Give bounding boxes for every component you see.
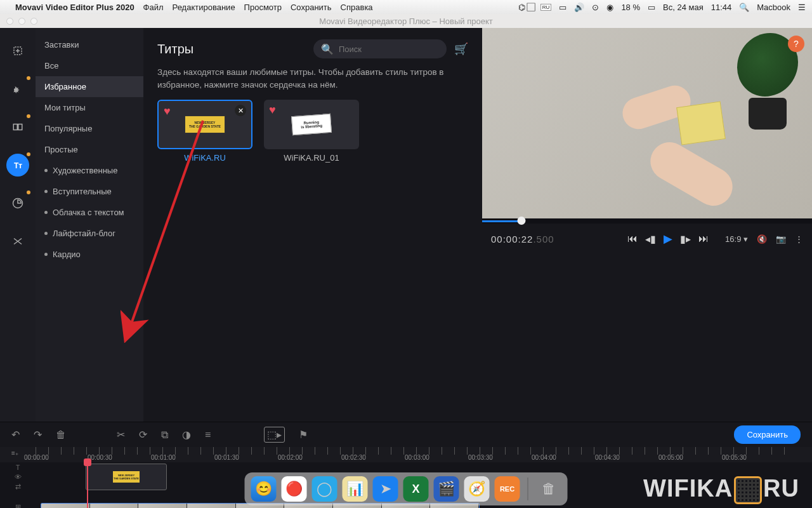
step-forward-icon[interactable]: ▮▸ <box>680 233 691 245</box>
category-item[interactable]: Все <box>36 55 143 76</box>
battery-icon[interactable]: ▭ <box>648 3 655 12</box>
category-item[interactable]: Вступительные <box>36 181 143 202</box>
category-item[interactable]: Популярные <box>36 118 143 139</box>
skip-start-icon[interactable]: ⏮ <box>627 233 638 244</box>
title-clip[interactable]: NEW JERSEYTHE GARDEN STATE <box>86 464 167 490</box>
step-back-icon[interactable]: ◂▮ <box>645 233 656 245</box>
cart-icon[interactable]: 🛒 <box>454 42 468 56</box>
excel-icon[interactable]: X <box>403 476 429 502</box>
finder-icon[interactable]: 😊 <box>251 476 277 502</box>
color-icon[interactable]: ◑ <box>182 429 191 441</box>
marker-icon[interactable]: ⚑ <box>299 429 308 441</box>
transitions-tab[interactable] <box>6 116 29 138</box>
window-title: Movavi Видеоредактор Плюс – Новый проект <box>0 17 812 26</box>
title-thumbnail[interactable]: ♥✕NEW JERSEYTHE GARDEN STATEWiFiKA.RU <box>157 100 252 163</box>
delete-icon[interactable]: 🗑 <box>56 429 66 441</box>
undo-icon[interactable]: ↶ <box>11 429 20 441</box>
panel-title: Титры <box>157 42 306 57</box>
help-icon[interactable]: ? <box>788 36 804 52</box>
save-button[interactable]: Сохранить <box>734 425 801 444</box>
panel-help-text: Здесь находятся ваши любимые титры. Чтоб… <box>157 66 468 91</box>
menu-view[interactable]: Просмотр <box>244 3 282 12</box>
category-item[interactable]: Мои титры <box>36 97 143 118</box>
category-list: ЗаставкиВсеИзбранноеМои титрыПопулярныеП… <box>36 28 143 422</box>
camera-icon[interactable]: 📷 <box>776 234 786 244</box>
svg-rect-1 <box>13 124 17 130</box>
adjust-icon[interactable]: ≡ <box>205 429 211 441</box>
category-item[interactable]: Простые <box>36 139 143 160</box>
search-input[interactable]: 🔍 <box>313 39 447 58</box>
timecode: 00:00:22.500 <box>491 234 554 244</box>
menu-icon[interactable]: ☰ <box>798 3 806 12</box>
video-preview[interactable]: ? <box>482 28 812 218</box>
search-field[interactable] <box>339 44 439 54</box>
link-icon[interactable]: ⇄ <box>15 483 21 491</box>
sync-icon[interactable]: ⊙ <box>592 3 599 12</box>
wizard-icon[interactable]: ⬚▸ <box>264 427 285 443</box>
cut-icon[interactable]: ✂ <box>117 429 125 441</box>
menu-help[interactable]: Справка <box>341 3 373 12</box>
safari-icon[interactable]: 🧭 <box>464 476 490 502</box>
skip-end-icon[interactable]: ⏭ <box>698 233 709 244</box>
stickers-tab[interactable] <box>6 192 29 215</box>
title-thumbnail[interactable]: ♥Runningis liberatingWiFiKA.RU_01 <box>264 100 359 163</box>
add-track-icon[interactable]: ≡₊ <box>11 450 18 457</box>
rec-icon[interactable]: REC <box>495 476 520 502</box>
search-icon[interactable]: 🔍 <box>739 3 749 12</box>
window-titlebar: Movavi Видеоредактор Плюс – Новый проект <box>0 14 812 28</box>
menu-file[interactable]: Файл <box>143 3 164 12</box>
heart-icon[interactable]: ♥ <box>269 104 276 117</box>
wifi-icon[interactable]: ◉ <box>606 3 613 12</box>
remove-icon[interactable]: ✕ <box>235 105 246 116</box>
aspect-ratio[interactable]: 16:9 ▾ <box>725 234 748 244</box>
filters-tab[interactable] <box>6 77 29 100</box>
category-item[interactable]: Кардио <box>36 244 143 265</box>
display-icon[interactable]: ▭ <box>559 3 566 12</box>
search-icon: 🔍 <box>321 43 334 55</box>
menu-save[interactable]: Сохранить <box>291 3 332 12</box>
menu-edit[interactable]: Редактирование <box>173 3 235 12</box>
tool-rail: Tт <box>0 28 36 422</box>
titles-tab[interactable]: Tт <box>6 154 29 177</box>
volume-icon[interactable]: 🔊 <box>574 3 584 12</box>
redo-icon[interactable]: ↷ <box>34 429 42 441</box>
category-item[interactable]: Заставки <box>36 34 143 55</box>
battery-percent: 18 % <box>621 3 640 12</box>
date[interactable]: Вс, 24 мая <box>663 3 704 12</box>
import-tab[interactable] <box>6 39 29 62</box>
trash-icon[interactable]: 🗑 <box>536 476 561 502</box>
eye-icon[interactable]: 👁 <box>15 473 22 481</box>
thumbnail-label: WiFiKA.RU <box>157 153 252 163</box>
preview-scrubber[interactable] <box>482 218 812 224</box>
chrome-icon[interactable]: 🔴 <box>282 476 307 502</box>
category-item[interactable]: Художественные <box>36 160 143 181</box>
timeline-ruler[interactable]: ≡₊ 00:00:0000:00:3000:01:0000:01:3000:02… <box>0 447 812 462</box>
category-item[interactable]: Избранное <box>36 76 143 97</box>
app-name[interactable]: Movavi Video Editor Plus 2020 <box>15 3 134 12</box>
video-icon[interactable]: 🎬 <box>434 476 459 502</box>
rotate-icon[interactable]: ⟳ <box>139 429 147 441</box>
play-icon[interactable]: ▶ <box>664 232 672 246</box>
heart-icon[interactable]: ♥ <box>164 105 171 118</box>
video-track-icon[interactable]: ⊞ <box>15 503 21 508</box>
category-item[interactable]: Облачка с текстом <box>36 202 143 223</box>
mac-menubar: Movavi Video Editor Plus 2020 Файл Редак… <box>0 0 812 14</box>
thumbnail-label: WiFiKA.RU_01 <box>264 153 359 163</box>
macos-dock: 😊 🔴 ◯ 📊 ➤ X 🎬 🧭 REC 🗑 <box>245 472 568 505</box>
text-track-icon[interactable]: T <box>16 464 20 471</box>
user-name[interactable]: Macbook <box>757 3 790 12</box>
bluetooth-icon[interactable]: ⌬ <box>518 3 525 12</box>
more-icon[interactable]: ⋮ <box>795 234 803 244</box>
flag-icon[interactable]: RU <box>540 4 552 11</box>
crop-icon[interactable]: ⧉ <box>161 429 168 441</box>
more-tools-tab[interactable] <box>6 230 29 253</box>
numbers-icon[interactable]: 📊 <box>343 476 368 502</box>
app-icon[interactable]: ◯ <box>312 476 337 502</box>
svg-rect-2 <box>18 124 22 130</box>
playhead[interactable] <box>87 462 88 508</box>
watermark: WIFIKARU <box>643 475 799 504</box>
send-icon[interactable]: ➤ <box>373 476 398 502</box>
time[interactable]: 11:44 <box>711 3 732 12</box>
category-item[interactable]: Лайфстайл-блог <box>36 223 143 244</box>
mute-icon[interactable]: 🔇 <box>757 234 767 244</box>
